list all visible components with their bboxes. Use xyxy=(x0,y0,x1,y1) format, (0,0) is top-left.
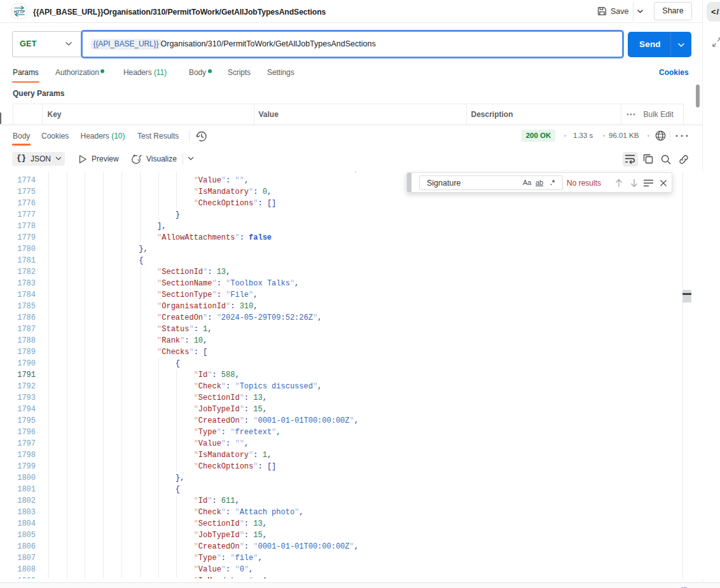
svg-text:HTTP: HTTP xyxy=(14,9,25,15)
